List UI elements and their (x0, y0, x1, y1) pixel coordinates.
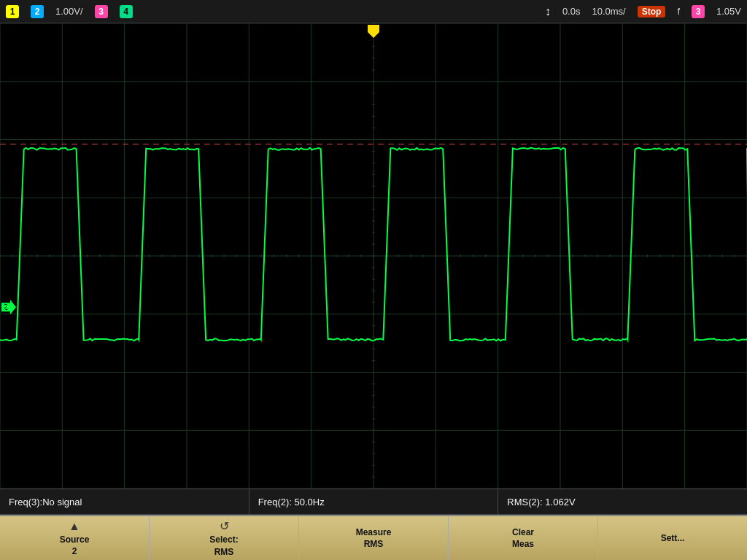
source-label-bot: 2 (72, 546, 77, 556)
settings-label: Sett... (661, 533, 685, 543)
time-scale: 10.0ms/ (592, 6, 625, 17)
trig-level: 1.05V (716, 6, 741, 17)
clear-label-bot: Meas (512, 539, 534, 549)
oscilloscope: 1 2 1.00V/ 3 4 ↕ 0.0s 10.0ms/ Stop f 3 1… (0, 0, 747, 560)
top-bar: 1 2 1.00V/ 3 4 ↕ 0.0s 10.0ms/ Stop f 3 1… (0, 0, 747, 23)
source-arrow-icon: ▲ (69, 520, 80, 533)
source-button[interactable]: ▲ Source 2 (0, 516, 150, 560)
waveform-canvas (0, 23, 747, 489)
ch4-badge: 4 (120, 5, 133, 18)
measure-label-bot: RMS (364, 539, 384, 549)
settings-button[interactable]: Sett... (598, 516, 747, 560)
select-icon: ↺ (220, 519, 229, 533)
time-position: 0.0s (562, 6, 581, 17)
trig-ch-badge: 3 (692, 5, 705, 18)
measure-label-top: Measure (356, 527, 392, 537)
run-state: Stop (638, 6, 666, 18)
meas-cell-2: Freq(2): 50.0Hz (249, 489, 499, 514)
source-label-top: Source (60, 534, 90, 545)
ch1-badge: 1 (6, 5, 19, 18)
ch3-badge: 3 (95, 5, 108, 18)
ch2-badge: 2 (31, 5, 44, 18)
select-button[interactable]: ↺ Select: RMS (150, 516, 299, 560)
measure-button[interactable]: Measure RMS (299, 516, 449, 560)
clear-meas-button[interactable]: Clear Meas (449, 516, 598, 560)
meas-cell-3: RMS(2): 1.062V (498, 489, 747, 514)
trigger-arrow: ↕ (545, 5, 551, 18)
clear-label-top: Clear (512, 527, 534, 537)
select-label-top: Select: (209, 534, 238, 545)
button-bar: ▲ Source 2 ↺ Select: RMS Measure RMS Cle… (0, 515, 747, 560)
scope-display: 2 (0, 23, 747, 489)
select-label-bot: RMS (214, 547, 234, 557)
meas-cell-1: Freq(3):No signal (0, 489, 249, 514)
ch2-ground-marker: 2 (3, 303, 8, 314)
measurement-bar: Freq(3):No signal Freq(2): 50.0Hz RMS(2)… (0, 489, 747, 515)
trigger-mode: f (677, 6, 680, 17)
ch2-scale: 1.00V/ (55, 6, 83, 17)
